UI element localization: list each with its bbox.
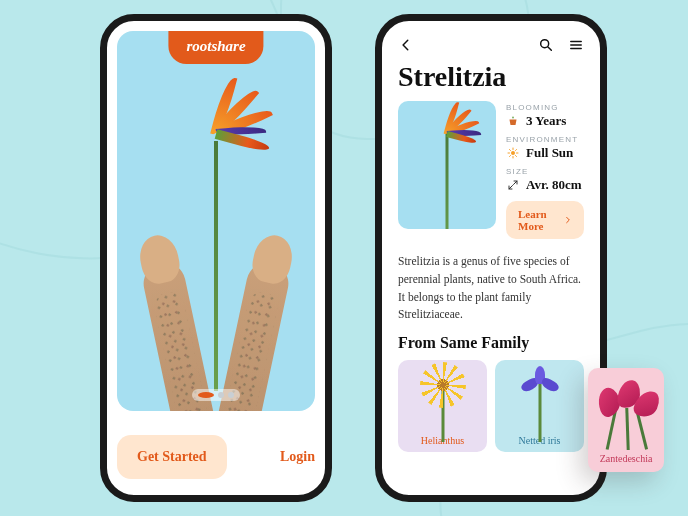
get-started-button[interactable]: Get Started — [117, 435, 227, 479]
fact-value: Full Sun — [526, 145, 573, 161]
hero-image: rootshare — [117, 31, 315, 411]
brand-logo: rootshare — [168, 31, 263, 64]
plant-thumbnail — [398, 101, 496, 229]
flower-icon — [426, 368, 460, 402]
page-indicator[interactable] — [192, 389, 240, 401]
login-button[interactable]: Login — [280, 449, 315, 465]
related-card-zantedeschia[interactable]: Zantedeschia — [588, 368, 664, 472]
search-icon[interactable] — [536, 35, 556, 55]
pot-icon — [506, 114, 520, 128]
fact-key-size: SIZE — [506, 167, 584, 176]
page-dot[interactable] — [198, 392, 214, 398]
related-card-helianthus[interactable]: Helianthus — [398, 360, 487, 452]
learn-more-label: Learn More — [518, 208, 550, 232]
chevron-right-icon — [564, 215, 572, 225]
menu-icon[interactable] — [566, 35, 586, 55]
phone-onboarding: rootshare Get Started Login — [100, 14, 332, 502]
page-title: Strelitzia — [382, 59, 600, 101]
fact-key-environment: ENVIRONMENT — [506, 135, 584, 144]
fact-value: 3 Years — [526, 113, 566, 129]
facts-panel: BLOOMING 3 Years ENVIRONMENT Full Sun SI… — [506, 101, 584, 239]
hands-illustration — [141, 221, 291, 411]
related-heading: From Same Family — [382, 332, 600, 360]
svg-point-1 — [511, 151, 515, 155]
page-dot[interactable] — [218, 392, 224, 398]
fact-value: Avr. 80cm — [526, 177, 582, 193]
svg-point-0 — [541, 40, 549, 48]
sun-icon — [506, 146, 520, 160]
flower-icon — [596, 380, 656, 450]
back-icon[interactable] — [396, 35, 416, 55]
flower-icon — [523, 368, 557, 402]
learn-more-button[interactable]: Learn More — [506, 201, 584, 239]
phone-detail: Strelitzia BLOOMING 3 Years ENVIRONMENT — [375, 14, 607, 502]
fact-key-blooming: BLOOMING — [506, 103, 584, 112]
page-dot[interactable] — [228, 392, 234, 398]
expand-icon — [506, 178, 520, 192]
related-card-iris[interactable]: Netted iris — [495, 360, 584, 452]
related-label: Zantedeschia — [600, 453, 653, 464]
plant-description: Strelitzia is a genus of five species of… — [382, 239, 600, 332]
